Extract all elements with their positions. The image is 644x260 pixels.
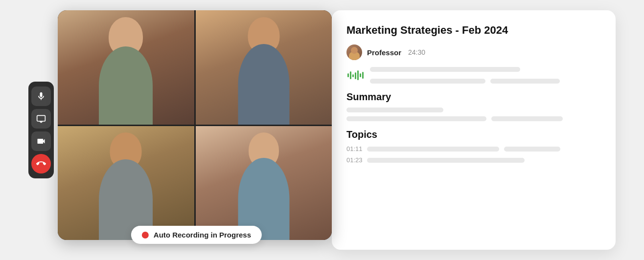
topic-time-2: 01:23 <box>346 156 362 164</box>
meeting-title: Marketing Strategies - Feb 2024 <box>346 24 601 37</box>
topic-skeleton-1a <box>367 147 499 152</box>
topics-section-title: Topics <box>346 129 601 140</box>
svg-rect-5 <box>352 74 354 77</box>
svg-rect-3 <box>347 73 349 77</box>
recording-badge: Auto Recording in Progress <box>131 226 262 244</box>
topic-skeleton-1b <box>504 147 560 152</box>
participant-3-figure <box>87 132 165 240</box>
recording-label: Auto Recording in Progress <box>154 231 251 239</box>
end-call-button[interactable] <box>31 154 51 173</box>
svg-rect-8 <box>360 73 361 77</box>
video-cell-4 <box>196 126 332 240</box>
mic-button[interactable] <box>31 87 51 106</box>
summary-skeleton-2 <box>346 116 486 121</box>
audio-wave <box>346 67 601 84</box>
summary-section-title: Summary <box>346 91 601 103</box>
participant-1-figure <box>87 17 165 125</box>
participant-4-figure <box>225 132 303 240</box>
svg-rect-0 <box>37 115 46 121</box>
topic-row-1: 01:11 <box>346 145 601 152</box>
transcript-panel: Marketing Strategies - Feb 2024 Professo… <box>332 10 616 250</box>
video-panel: Auto Recording in Progress <box>28 10 312 250</box>
speaker-name: Professor <box>367 48 401 57</box>
recording-dot <box>142 232 149 238</box>
video-grid <box>58 10 332 240</box>
svg-rect-4 <box>350 71 351 79</box>
topic-row-2: 01:23 <box>346 156 601 164</box>
transcript-skeleton-2 <box>370 79 485 84</box>
control-bar <box>28 82 54 178</box>
transcript-skeleton-1 <box>370 67 520 72</box>
speaker-timestamp: 24:30 <box>408 48 425 56</box>
participant-2-figure <box>225 17 303 125</box>
video-cell-2 <box>196 10 332 125</box>
svg-rect-2 <box>40 122 42 123</box>
svg-rect-7 <box>357 70 359 80</box>
speaker-avatar <box>346 44 362 60</box>
video-cell-3 <box>58 126 194 240</box>
summary-skeleton-3 <box>491 116 563 121</box>
screen-share-button[interactable] <box>31 109 51 129</box>
topic-time-1: 01:11 <box>346 145 362 152</box>
svg-rect-1 <box>40 121 43 122</box>
svg-rect-9 <box>362 72 364 79</box>
topic-skeleton-2 <box>367 158 525 163</box>
transcript-skeleton-3 <box>490 79 560 84</box>
waveform-icon <box>346 69 366 81</box>
speaker-row: Professor 24:30 <box>346 44 601 60</box>
summary-skeleton-1 <box>346 108 443 112</box>
video-cell-1 <box>58 10 194 125</box>
svg-rect-6 <box>355 72 356 79</box>
camera-button[interactable] <box>31 131 51 151</box>
